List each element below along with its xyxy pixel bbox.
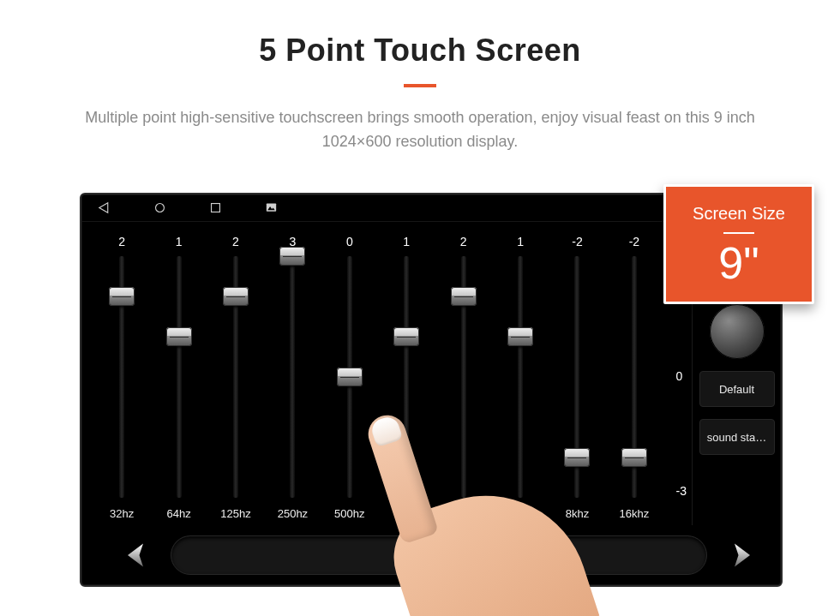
eq-band: -28khz	[549, 232, 605, 525]
badge-underline	[723, 232, 754, 234]
eq-slider[interactable]	[631, 256, 638, 498]
eq-band: 232hz	[93, 232, 150, 525]
eq-band: 2125hz	[207, 232, 264, 525]
eq-band: 0500hz	[321, 232, 378, 525]
badge-value: 9"	[718, 241, 759, 285]
sound-stage-button[interactable]: sound sta…	[699, 419, 775, 455]
eq-band-value: 2	[232, 232, 239, 251]
eq-band-freq: 250hz	[278, 503, 308, 525]
home-icon[interactable]	[153, 200, 167, 215]
eq-slider-knob[interactable]	[564, 448, 590, 467]
eq-band: -216khz	[606, 232, 663, 525]
eq-band-freq: 8khz	[566, 503, 589, 525]
eq-band-value: 2	[460, 232, 467, 251]
eq-band: 22khz	[435, 232, 491, 525]
recents-icon[interactable]	[208, 200, 223, 215]
eq-band-value: 2	[118, 232, 125, 251]
eq-band-value: -2	[629, 232, 639, 251]
equalizer-sliders: 232hz164hz2125hz3250hz0500hz11khz22khz14…	[81, 222, 666, 525]
eq-band-value: 1	[517, 232, 524, 251]
eq-band: 11khz	[378, 232, 435, 525]
eq-band-freq: 125hz	[220, 503, 250, 525]
eq-band-freq: 32hz	[110, 503, 134, 525]
eq-slider-knob[interactable]	[451, 287, 477, 306]
gallery-icon[interactable]	[264, 200, 279, 215]
page-title: 5 Point Touch Screen	[34, 33, 806, 69]
eq-band: 164hz	[150, 232, 207, 525]
balance-knob[interactable]	[710, 304, 765, 359]
eq-band-value: 1	[176, 232, 183, 251]
eq-band-freq: 4khz	[508, 503, 531, 525]
svg-point-0	[156, 204, 165, 212]
eq-slider-knob[interactable]	[507, 327, 533, 346]
eq-slider-knob[interactable]	[621, 448, 647, 467]
eq-slider[interactable]	[573, 256, 580, 498]
eq-band-value: 0	[346, 232, 353, 251]
eq-band-freq: 2khz	[452, 503, 475, 525]
back-icon[interactable]	[97, 200, 111, 215]
svg-rect-2	[267, 204, 276, 212]
title-underline	[404, 84, 436, 87]
eq-slider-knob[interactable]	[279, 247, 305, 266]
eq-band-freq: 64hz	[167, 503, 191, 525]
eq-band-freq: 16khz	[620, 503, 650, 525]
eq-slider-knob[interactable]	[337, 368, 363, 386]
default-button[interactable]: Default	[699, 371, 775, 407]
eq-slider[interactable]	[289, 256, 296, 498]
badge-label: Screen Size	[693, 204, 785, 224]
svg-rect-1	[212, 204, 220, 212]
eq-band-freq: 500hz	[334, 503, 364, 525]
eq-slider-knob[interactable]	[223, 287, 249, 306]
eq-band-freq: 1khz	[395, 503, 418, 525]
eq-slider-knob[interactable]	[393, 327, 419, 346]
eq-slider-knob[interactable]	[166, 327, 192, 346]
preset-prev-button[interactable]	[116, 535, 155, 575]
preset-name[interactable]: Jazz	[171, 535, 707, 575]
eq-slider-knob[interactable]	[109, 287, 135, 306]
eq-slider[interactable]	[403, 256, 410, 498]
scale-min: -3	[676, 484, 687, 498]
preset-bar: Jazz	[81, 525, 781, 585]
eq-slider[interactable]	[232, 256, 239, 498]
screen-size-badge: Screen Size 9"	[663, 184, 814, 304]
eq-slider[interactable]	[517, 256, 524, 498]
preset-next-button[interactable]	[723, 535, 762, 575]
scale-mid: 0	[676, 369, 687, 383]
eq-slider[interactable]	[176, 256, 183, 498]
eq-slider[interactable]	[346, 256, 353, 498]
marketing-header: 5 Point Touch Screen Multiple point high…	[0, 0, 840, 163]
eq-band-value: -2	[572, 232, 582, 251]
page-subtitle: Multiple point high-sensitive touchscree…	[69, 106, 771, 154]
eq-band-value: 1	[403, 232, 410, 251]
eq-band: 14khz	[492, 232, 549, 525]
eq-slider[interactable]	[118, 256, 125, 498]
eq-slider[interactable]	[460, 256, 467, 498]
eq-band: 3250hz	[264, 232, 321, 525]
